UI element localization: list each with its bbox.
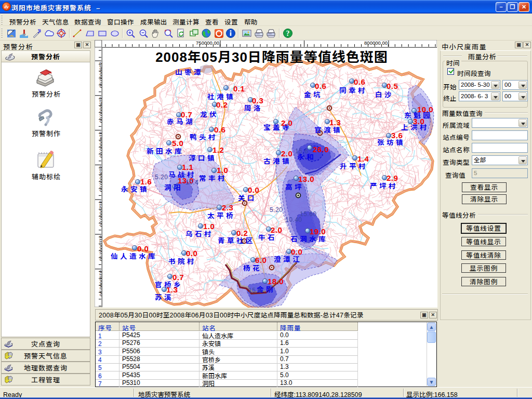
svg-text:0.0: 0.0	[248, 185, 259, 194]
svg-text:2008年05月30日降雨量等值线色斑图: 2008年05月30日降雨量等值线色斑图	[155, 48, 388, 65]
svg-text:0.1: 0.1	[233, 84, 245, 93]
svg-text:0.7: 0.7	[181, 110, 192, 119]
svg-text:0.0: 0.0	[291, 247, 302, 256]
svg-text:0.3: 0.3	[252, 96, 263, 105]
svg-text:2.3: 2.3	[222, 203, 233, 212]
svg-text:5.20: 5.20	[270, 206, 283, 214]
svg-text:1.0: 1.0	[217, 166, 228, 175]
svg-text:龙伏: 龙伏	[200, 109, 219, 119]
svg-text:社港镇: 社港镇	[207, 91, 235, 101]
svg-text:2.9: 2.9	[387, 174, 398, 182]
svg-text:1.4: 1.4	[357, 154, 369, 163]
svg-text:26.0: 26.0	[313, 145, 329, 154]
svg-text:1.0: 1.0	[203, 222, 215, 231]
svg-text:10.0: 10.0	[417, 105, 433, 114]
svg-text:10.4: 10.4	[185, 179, 198, 186]
svg-text:2.0: 2.0	[281, 149, 292, 158]
svg-text:鸭头村: 鸭头村	[190, 131, 218, 142]
svg-text:0.5: 0.5	[387, 82, 398, 90]
svg-text:3.0: 3.0	[413, 117, 424, 126]
svg-text:0.7: 0.7	[172, 273, 184, 282]
svg-text:0.2: 0.2	[216, 100, 228, 109]
svg-text:金坑: 金坑	[304, 89, 323, 99]
svg-text:800000.00: 800000.00	[364, 40, 388, 46]
svg-text:仙人造水库: 仙人造水库	[111, 250, 157, 261]
svg-text:0.2: 0.2	[236, 229, 248, 237]
svg-text:0.0: 0.0	[137, 244, 149, 253]
svg-text:?: ?	[286, 30, 290, 37]
svg-text:0.0: 0.0	[186, 249, 197, 258]
svg-text:5.0: 5.0	[172, 139, 183, 148]
svg-text:5.20: 5.20	[155, 174, 168, 181]
svg-text:15.60: 15.60	[300, 210, 317, 218]
svg-text:15.6: 15.6	[248, 287, 261, 294]
svg-text:2.0: 2.0	[271, 225, 282, 234]
svg-text:0.6: 0.6	[214, 125, 225, 134]
svg-text:1.3: 1.3	[166, 285, 178, 294]
svg-text:1.3: 1.3	[329, 118, 341, 127]
svg-text:1.1: 1.1	[182, 163, 193, 171]
svg-text:10.40: 10.40	[285, 216, 302, 223]
svg-text:2.0: 2.0	[281, 118, 292, 127]
svg-text:0.6: 0.6	[354, 77, 365, 86]
svg-text:750000.00: 750000.00	[196, 40, 219, 46]
svg-text:3.6: 3.6	[391, 131, 403, 140]
svg-text:6.0: 6.0	[255, 256, 267, 264]
svg-text:13.0: 13.0	[298, 175, 314, 183]
svg-text:同幸村: 同幸村	[339, 85, 367, 95]
svg-text:19.0: 19.0	[310, 227, 326, 236]
svg-text:白沙: 白沙	[375, 89, 394, 99]
svg-text:1.2: 1.2	[212, 145, 224, 154]
svg-text:1.6: 1.6	[140, 177, 152, 186]
svg-text:山枣潭: 山枣潭	[175, 66, 203, 77]
svg-text:15.6: 15.6	[295, 148, 308, 155]
svg-text:0.6: 0.6	[315, 82, 326, 90]
svg-text:18.0: 18.0	[268, 277, 284, 286]
